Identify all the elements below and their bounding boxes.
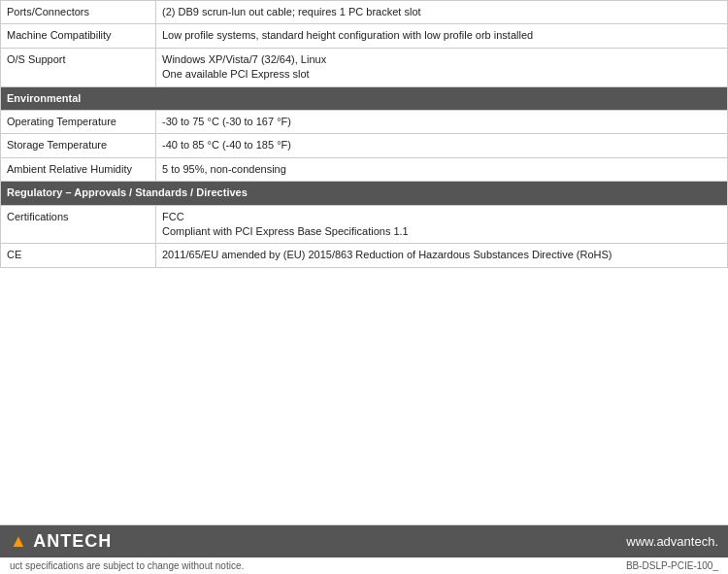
table-row: Ambient Relative Humidity5 to 95%, non-c…: [1, 157, 728, 181]
section-header-cell: Regulatory – Approvals / Standards / Dir…: [1, 182, 728, 205]
table-row: CE2011/65/EU amended by (EU) 2015/863 Re…: [1, 244, 728, 267]
row-label: Ambient Relative Humidity: [1, 157, 156, 181]
section-header-row: Regulatory – Approvals / Standards / Dir…: [1, 182, 728, 205]
row-label: O/S Support: [1, 48, 156, 86]
row-label: Certifications: [1, 205, 156, 244]
row-value: FCCCompliant with PCI Express Base Speci…: [156, 205, 728, 244]
table-container: Ports/Connectors(2) DB9 scrun-lun out ca…: [0, 0, 728, 268]
section-header-cell: Environmental: [1, 86, 728, 110]
row-value: Low profile systems, standard height con…: [156, 24, 728, 48]
row-value: -40 to 85 °C (-40 to 185 °F): [156, 134, 728, 157]
footer-top: ▲ ANTECH www.advantech.: [0, 525, 728, 557]
row-value: Windows XP/Vista/7 (32/64), LinuxOne ava…: [156, 48, 728, 86]
logo-text: ANTECH: [33, 531, 112, 551]
row-value: 2011/65/EU amended by (EU) 2015/863 Redu…: [156, 244, 728, 267]
row-value: -30 to 75 °C (-30 to 167 °F): [156, 110, 728, 133]
table-row: CertificationsFCCCompliant with PCI Expr…: [1, 205, 728, 244]
footer-url: www.advantech.: [626, 534, 718, 549]
footer-notice: uct specifications are subject to change…: [10, 560, 244, 571]
table-row: O/S SupportWindows XP/Vista/7 (32/64), L…: [1, 48, 728, 86]
row-label: Ports/Connectors: [1, 1, 156, 24]
footer: ▲ ANTECH www.advantech. uct specificatio…: [0, 524, 728, 574]
specs-table: Ports/Connectors(2) DB9 scrun-lun out ca…: [0, 0, 728, 268]
row-label: Operating Temperature: [1, 110, 156, 133]
footer-model: BB-DSLP-PCIE-100_: [626, 560, 718, 571]
spacer-area: [0, 268, 728, 559]
table-row: Operating Temperature-30 to 75 °C (-30 t…: [1, 110, 728, 133]
row-label: Storage Temperature: [1, 134, 156, 157]
logo-accent: ▲: [10, 531, 28, 551]
row-label: Machine Compatibility: [1, 24, 156, 48]
page-wrapper: Ports/Connectors(2) DB9 scrun-lun out ca…: [0, 0, 728, 574]
table-row: Machine CompatibilityLow profile systems…: [1, 24, 728, 48]
table-row: Ports/Connectors(2) DB9 scrun-lun out ca…: [1, 1, 728, 24]
section-header-row: Environmental: [1, 86, 728, 110]
row-value: (2) DB9 scrun-lun out cable; requires 1 …: [156, 1, 728, 24]
table-row: Storage Temperature-40 to 85 °C (-40 to …: [1, 134, 728, 157]
footer-bottom: uct specifications are subject to change…: [0, 557, 728, 574]
row-value: 5 to 95%, non-condensing: [156, 157, 728, 181]
footer-logo: ▲ ANTECH: [10, 531, 112, 552]
row-label: CE: [1, 244, 156, 267]
